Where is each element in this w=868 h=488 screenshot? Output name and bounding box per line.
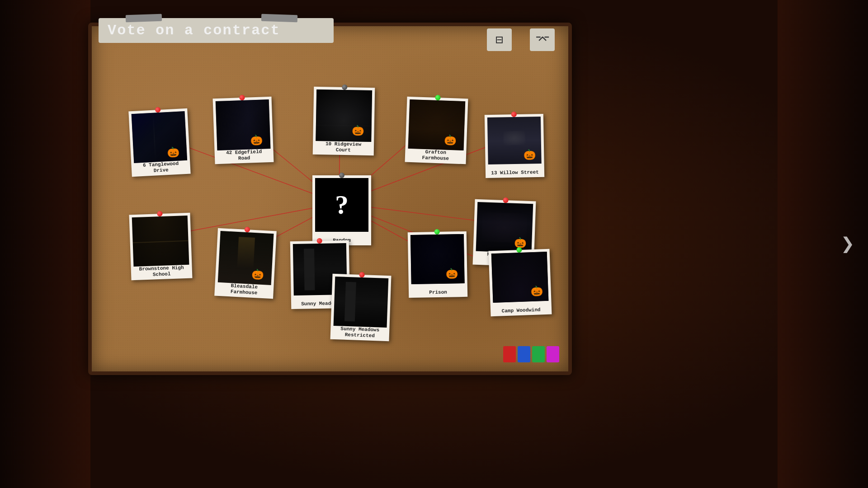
pumpkin-prison: 🎃 — [446, 267, 458, 280]
photos-container: 🎃6 Tanglewood Drive🎃42 Edgefield Road🎃10… — [92, 26, 568, 371]
photo-label-grafton: Grafton Farmhouse — [405, 148, 467, 162]
photo-label-camp_woodwind: Camp Woodwind — [491, 306, 552, 314]
corkboard: Vote on a contract ⊟ ⌤ — [88, 23, 572, 375]
pumpkin-camp_woodwind: 🎃 — [530, 285, 543, 298]
pin-bleasdale — [245, 227, 250, 233]
pin-willow — [511, 112, 517, 117]
pumpkin-ridgeview: 🎃 — [351, 125, 363, 137]
pin-grafton — [435, 95, 440, 100]
photo-label-edgefield: 42 Edgefield Road — [215, 148, 274, 162]
photo-label-ridgeview: 10 Ridgeview Court — [313, 141, 374, 154]
photo-ridgeview[interactable]: 🎃10 Ridgeview Court — [313, 87, 375, 155]
pin-prison — [434, 229, 440, 235]
photo-bleasdale[interactable]: 🎃Bleasdale Farmhouse — [214, 228, 277, 299]
pin-edgefield — [239, 95, 245, 100]
pumpkin-willow: 🎃 — [524, 149, 536, 161]
bg-left-panel — [0, 0, 90, 488]
pumpkin-bleasdale: 🎃 — [251, 268, 264, 281]
bg-right-panel — [778, 0, 868, 488]
photo-sunny_restricted[interactable]: Sunny Meadows Restricted — [330, 274, 392, 341]
photo-img-brownstone — [132, 216, 189, 267]
photo-img-bleasdale — [218, 231, 274, 285]
photo-img-grafton — [408, 99, 466, 150]
pin-random — [339, 173, 344, 178]
pin-ridgeview — [342, 84, 347, 90]
photo-label-bleasdale: Bleasdale Farmhouse — [214, 282, 274, 297]
pin-sunny_meadows — [317, 238, 322, 244]
photo-label-prison: Prison — [409, 289, 467, 296]
photo-grafton[interactable]: 🎃Grafton Farmhouse — [405, 97, 468, 164]
pin-brownstone — [157, 211, 162, 216]
photo-camp_woodwind[interactable]: 🎃Camp Woodwind — [489, 249, 552, 317]
photo-img-random: ? — [315, 178, 368, 232]
photo-brownstone[interactable]: Brownstone High School — [129, 213, 193, 281]
pin-camp_woodwind — [516, 247, 522, 253]
photo-label-sunny_restricted: Sunny Meadows Restricted — [330, 325, 390, 339]
pumpkin-tanglewood: 🎃 — [167, 146, 179, 159]
photo-prison[interactable]: 🎃Prison — [408, 231, 468, 298]
photo-willow[interactable]: 🎃13 Willow Street — [485, 114, 544, 178]
photo-label-willow: 13 Willow Street — [486, 169, 544, 176]
pumpkin-edgefield: 🎃 — [250, 135, 263, 147]
next-arrow[interactable]: ❯ — [841, 230, 854, 258]
photo-edgefield[interactable]: 🎃42 Edgefield Road — [213, 97, 274, 164]
photo-img-sunny_restricted — [334, 277, 389, 328]
pin-tanglewood — [155, 107, 161, 113]
pin-sunny_restricted — [359, 272, 364, 277]
pin-maple_lodge — [503, 197, 508, 203]
photo-tanglewood[interactable]: 🎃6 Tanglewood Drive — [128, 108, 190, 177]
photo-label-tanglewood: 6 Tanglewood Drive — [131, 160, 190, 175]
pumpkin-grafton: 🎃 — [444, 134, 457, 147]
photo-random[interactable]: ?Random — [312, 175, 371, 245]
photo-label-brownstone: Brownstone High School — [131, 264, 193, 278]
